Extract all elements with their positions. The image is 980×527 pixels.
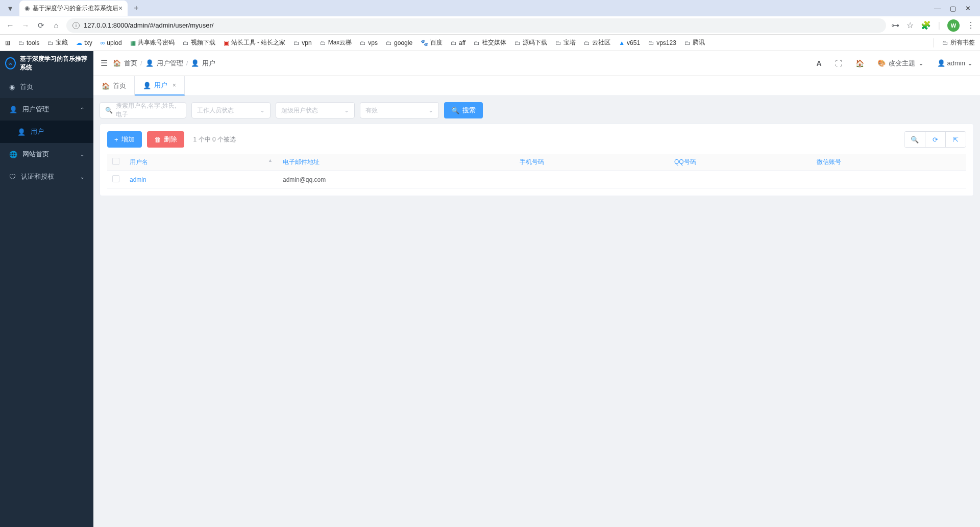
site-info-icon[interactable]: i	[72, 22, 80, 29]
bookmark-item[interactable]: 🗀宝藏	[47, 38, 68, 47]
search-input[interactable]: 🔍 搜索用户名,名字,姓氏,电子	[100, 102, 186, 118]
sidebar-toggle-icon[interactable]: ☰	[101, 58, 108, 68]
select-all-checkbox[interactable]	[112, 158, 119, 165]
page-tabs: 🏠 首页 👤 用户 ×	[93, 76, 980, 96]
folder-icon: 🗀	[584, 39, 590, 46]
delete-button[interactable]: 🗑 删除	[147, 131, 184, 148]
sidebar-item-site-home[interactable]: 🌐 网站首页 ⌄	[0, 143, 93, 165]
col-qq[interactable]: QQ号码	[669, 154, 812, 171]
home-icon: 🏠	[113, 59, 121, 67]
font-icon[interactable]: A	[816, 59, 821, 67]
back-button[interactable]: ←	[5, 21, 15, 30]
row-checkbox[interactable]	[112, 175, 119, 182]
home-icon[interactable]: 🏠	[855, 59, 864, 67]
link-icon: ∞	[101, 39, 105, 46]
password-key-icon[interactable]: ⊶	[891, 20, 899, 30]
refresh-button[interactable]: ⟳	[925, 132, 945, 147]
add-button[interactable]: + 增加	[107, 131, 142, 148]
window-controls: — ▢ ✕	[934, 5, 976, 12]
tab-title: 基于深度学习的音乐推荐系统后	[33, 4, 118, 13]
logo-text: 基于深度学习的音乐推荐系统	[20, 55, 88, 72]
url-bar[interactable]: i 127.0.0.1:8000/admin/#/admin/user/myus…	[66, 18, 886, 33]
reload-button[interactable]: ⟳	[36, 21, 46, 30]
all-bookmarks[interactable]: 🗀所有书签	[942, 38, 975, 47]
bookmark-star-icon[interactable]: ☆	[906, 20, 914, 30]
superuser-status-select[interactable]: 超级用户状态 ⌄	[276, 102, 355, 118]
nav-bar: ← → ⟳ ⌂ i 127.0.0.1:8000/admin/#/admin/u…	[0, 16, 980, 35]
sidebar-item-user[interactable]: 👤 用户	[0, 121, 93, 143]
cell-username[interactable]: admin	[125, 171, 278, 188]
col-email[interactable]: 电子邮件地址	[278, 154, 514, 171]
bookmark-item[interactable]: 🗀视频下载	[183, 38, 215, 47]
app-icon: ▲	[619, 39, 625, 46]
bookmark-item[interactable]: 🗀Max云梯	[320, 38, 352, 47]
bookmark-item[interactable]: ▲v651	[619, 39, 640, 46]
bookmark-bar: ⊞ 🗀tools 🗀宝藏 ☁txy ∞uplod ▦共享账号密码 🗀视频下载 ▣…	[0, 35, 980, 51]
close-icon[interactable]: ×	[173, 82, 176, 89]
maximize-button[interactable]: ▢	[950, 5, 956, 12]
bookmark-item[interactable]: ▦共享账号密码	[130, 38, 175, 47]
chevron-down-icon: ⌄	[260, 107, 265, 114]
active-status-select[interactable]: 有效 ⌄	[360, 102, 439, 118]
plus-icon: +	[114, 136, 118, 143]
close-icon[interactable]: ×	[118, 4, 122, 12]
bookmark-item[interactable]: 🗀vps123	[648, 39, 676, 46]
theme-label: 改变主题	[889, 59, 915, 68]
bookmark-item[interactable]: 🗀宝塔	[555, 38, 576, 47]
bookmark-item[interactable]: 🗀aff	[451, 39, 465, 46]
folder-icon: 🗀	[386, 39, 392, 46]
shield-icon: 🛡	[9, 173, 16, 181]
bookmark-item[interactable]: 🗀google	[386, 39, 412, 46]
home-button[interactable]: ⌂	[51, 21, 61, 30]
breadcrumb: 🏠 首页 / 👤 用户管理 / 👤 用户	[113, 59, 215, 68]
staff-status-select[interactable]: 工作人员状态 ⌄	[191, 102, 271, 118]
bookmark-item[interactable]: 🗀vps	[360, 39, 378, 46]
button-label: 搜索	[462, 106, 476, 115]
bookmark-item[interactable]: 🗀源码下载	[514, 38, 547, 47]
theme-selector[interactable]: 🎨 改变主题 ⌄	[877, 59, 924, 68]
minimize-button[interactable]: —	[934, 5, 941, 12]
bookmark-item[interactable]: 🗀云社区	[584, 38, 610, 47]
baidu-icon: 🐾	[421, 39, 428, 46]
bookmark-item[interactable]: 🗀腾讯	[684, 38, 705, 47]
export-button[interactable]: ⇱	[945, 132, 966, 147]
breadcrumb-home[interactable]: 首页	[124, 59, 137, 68]
bookmark-item[interactable]: 🐾百度	[421, 38, 443, 47]
search-toggle-button[interactable]: 🔍	[904, 132, 925, 147]
bookmark-item[interactable]: ∞uplod	[101, 39, 122, 46]
bookmark-item[interactable]: 🗀vpn	[293, 39, 311, 46]
bookmark-item[interactable]: 🗀社交媒体	[474, 38, 506, 47]
extensions-icon[interactable]: 🧩	[921, 20, 931, 30]
bookmark-item[interactable]: ☁txy	[76, 39, 92, 46]
user-dropdown[interactable]: 👤 admin ⌄	[937, 59, 973, 67]
browser-menu-icon[interactable]: ⋮	[967, 20, 975, 30]
tab-home[interactable]: 🏠 首页	[93, 76, 135, 95]
breadcrumb-user-mgmt[interactable]: 用户管理	[157, 59, 183, 68]
main-content: ☰ 🏠 首页 / 👤 用户管理 / 👤 用户 A ⛶ 🏠 🎨 改变主题 ⌄	[93, 51, 980, 527]
close-window-button[interactable]: ✕	[965, 5, 971, 12]
tab-list-dropdown[interactable]: ▾	[4, 2, 16, 14]
col-username[interactable]: 用户名▲	[125, 154, 278, 171]
sidebar-item-auth[interactable]: 🛡 认证和授权 ⌄	[0, 165, 93, 188]
apps-icon[interactable]: ⊞	[5, 39, 10, 46]
forward-button[interactable]: →	[20, 21, 31, 30]
col-phone[interactable]: 手机号码	[514, 154, 669, 171]
sort-asc-icon: ▲	[268, 158, 273, 163]
tab-user[interactable]: 👤 用户 ×	[135, 76, 185, 95]
button-label: 增加	[121, 135, 135, 144]
folder-icon: 🗀	[18, 39, 24, 46]
col-wechat[interactable]: 微信账号	[812, 154, 966, 171]
browser-tab[interactable]: ◉ 基于深度学习的音乐推荐系统后 ×	[19, 1, 128, 16]
search-button[interactable]: 🔍 搜索	[444, 102, 483, 118]
bookmark-item[interactable]: ▣站长工具 - 站长之家	[224, 38, 286, 47]
profile-avatar[interactable]: W	[947, 19, 960, 32]
new-tab-button[interactable]: +	[134, 4, 138, 13]
button-label: 删除	[164, 135, 177, 144]
bookmark-item[interactable]: 🗀tools	[18, 39, 39, 46]
chevron-down-icon: ⌄	[428, 107, 433, 114]
sidebar-item-user-mgmt[interactable]: 👤 用户管理 ⌃	[0, 98, 93, 121]
username-label: admin	[947, 59, 965, 67]
fullscreen-icon[interactable]: ⛶	[835, 59, 842, 67]
table-header-row: 用户名▲ 电子邮件地址 手机号码 QQ号码 微信账号	[107, 154, 966, 171]
sidebar-item-home[interactable]: ◉ 首页	[0, 76, 93, 98]
